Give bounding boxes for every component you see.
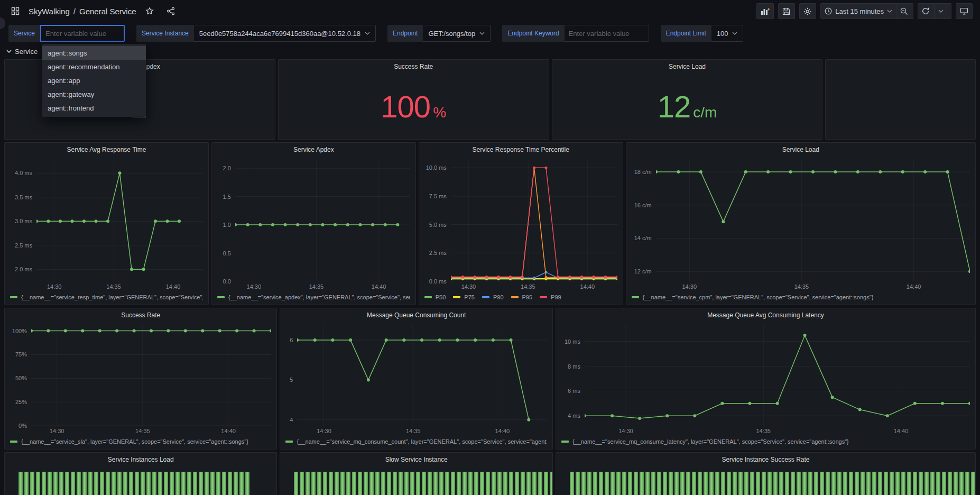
plot-area[interactable] [36,159,203,281]
gauge-bar [164,472,168,495]
plot-area[interactable] [656,159,970,281]
legend-item[interactable]: P90 [482,294,504,300]
gauge-bar [704,472,708,495]
legend-item[interactable]: P75 [453,294,475,300]
legend-color-marker [482,296,489,298]
legend-item[interactable]: {__name__="service_mq_consume_count", la… [285,438,547,445]
stat-value: 12c/m [658,89,717,124]
gauge-bar [480,472,484,495]
legend-color-marker [217,296,225,298]
refresh-button[interactable] [918,3,935,19]
legend: {__name__="service_cpm", layer="GENERAL"… [628,292,970,302]
gauge-bar [750,472,754,495]
gauge-bar [42,472,46,495]
bar-gauge[interactable] [556,466,975,495]
legend-color-marker [632,296,639,298]
service-instance-select[interactable]: 5eed0e5758a244aca6e7699415d360aa@10.52.0… [194,25,376,42]
variable-endpoint-keyword: Endpoint Keyword [502,25,649,42]
panel-title[interactable]: Message Queue Consuming Count [280,308,552,322]
y-tick-label: 10 ms [565,338,580,345]
gauge-bar [71,472,75,495]
variable-endpoint-label: Endpoint [387,25,423,42]
app-title[interactable]: SkyWalking [29,7,70,16]
star-button[interactable] [142,4,158,19]
service-variable-input[interactable] [40,25,125,42]
dashboard-title[interactable]: General Service [79,7,136,16]
dropdown-option[interactable]: agent::frontend [42,101,146,115]
legend-item[interactable]: P95 [511,294,533,300]
panel-title[interactable]: Service Load [626,143,975,157]
dropdown-option[interactable]: agent::gateway [42,87,146,101]
bar-gauge[interactable] [5,466,276,495]
x-tick-label: 14:30 [50,428,64,434]
add-panel-button[interactable] [756,3,774,19]
bar-gauge[interactable] [280,466,552,495]
gauge-bar [311,472,316,495]
panel-title[interactable]: Success Rate [5,308,276,322]
y-tick-label: 0.5 [223,250,231,256]
gauge-bar [738,472,743,495]
legend-item[interactable]: P99 [540,294,561,300]
panel-title[interactable]: Service Apdex [212,143,415,157]
dropdown-option[interactable]: agent::app [42,74,146,87]
row-toggle-service[interactable]: Service [0,44,980,58]
legend-item[interactable]: {__name__="service_resp_time", layer="GE… [10,294,203,300]
legend-item[interactable]: {__name__="service_cpm", layer="GENERAL"… [632,294,874,300]
share-button[interactable] [163,4,179,19]
plot-area[interactable] [235,159,410,281]
dashboard-settings-button[interactable] [799,3,816,19]
endpoint-limit-select[interactable]: 100 [711,25,744,42]
y-axis: 10 ms8 ms6 ms4 ms [558,324,585,426]
panel-title[interactable]: Service Load [552,60,822,74]
legend-series-name: P50 [436,294,446,300]
variable-endpoint: Endpoint GET:/songs/top [387,25,491,42]
panel-title[interactable]: Service Avg Response Time [5,143,208,157]
dropdown-option[interactable]: agent::recommendation [42,60,146,74]
plot-area[interactable] [297,324,547,426]
endpoint-keyword-input[interactable] [565,25,649,42]
gauge-bar [634,472,638,495]
legend-item[interactable]: {__name__="service_apdex", layer="GENERA… [217,294,410,300]
time-range-picker[interactable]: Last 15 minutes [820,3,896,19]
panel-title[interactable]: Message Queue Avg Consuming Latency [556,308,975,322]
y-axis: 2.01.51.00.50.0 [214,159,235,281]
legend-item[interactable]: {__name__="service_sla", layer="GENERAL"… [10,438,248,445]
gauge-bar [936,472,940,495]
dropdown-option[interactable]: agent::songs [42,46,146,60]
y-tick-label: 4 [290,417,293,423]
gauge-bar [532,472,537,495]
variable-service-instance: Service Instance 5eed0e5758a244aca6e7699… [136,25,376,42]
gauge-bar [300,472,304,495]
plot-area[interactable] [585,324,970,426]
legend-item[interactable]: P50 [424,294,446,300]
y-axis: 4.0 ms3.5 ms3.0 ms2.5 ms2.0 ms [7,159,36,281]
chevron-down-icon [6,50,12,53]
save-dashboard-button[interactable] [778,3,795,19]
panel-title[interactable]: Service Response Time Percentile [419,143,623,157]
plot-area[interactable] [451,159,617,281]
refresh-interval-dropdown[interactable] [935,3,951,19]
y-tick-label: 100% [12,328,27,334]
panel-success-rate-chart: Success Rate 100%75%50%25%0% 14:3014:351… [4,308,277,450]
kiosk-mode-button[interactable] [956,3,973,19]
y-axis: 100%75%50%25%0% [7,324,31,426]
panel-empty [825,59,976,140]
gauge-bar [785,472,789,495]
apps-menu-icon[interactable] [7,4,23,19]
gauge-bar [611,472,615,495]
plot-area[interactable] [31,324,271,426]
panel-title[interactable]: Success Rate [279,60,549,74]
gauge-bar [901,472,905,495]
panel-title[interactable]: Service Instance Success Rate [556,453,975,466]
panel-title[interactable]: Service Instances Load [5,453,276,466]
endpoint-select[interactable]: GET:/songs/top [423,25,491,42]
x-tick-label: 14:35 [756,428,771,434]
legend-item[interactable]: {__name__="service_mq_consume_latency", … [561,438,849,445]
legend-series-name: P99 [551,294,561,300]
zoom-out-time-button[interactable] [896,3,913,19]
panel-title[interactable]: Slow Service Instance [280,453,552,466]
variable-endpoint-keyword-label: Endpoint Keyword [502,25,564,42]
gauge-bar [721,472,725,495]
clock-icon [825,7,832,15]
gauge-bar [439,472,443,495]
